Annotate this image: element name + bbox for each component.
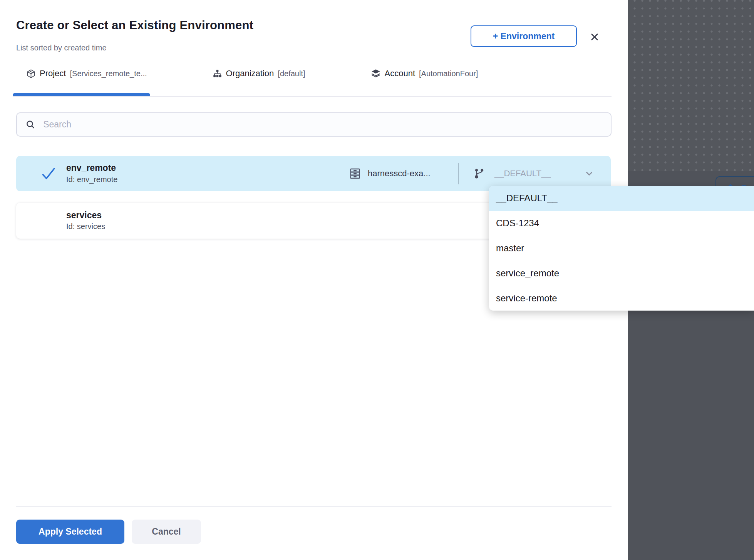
cancel-button[interactable]: Cancel bbox=[132, 520, 201, 544]
branch-option-service-underscore-remote[interactable]: service_remote bbox=[489, 261, 754, 286]
search-box bbox=[16, 112, 612, 137]
sort-hint: List sorted by created time bbox=[16, 43, 107, 52]
footer-divider bbox=[16, 506, 612, 507]
branch-option-label: service_remote bbox=[496, 268, 559, 279]
repo-group: harnesscd-exa... bbox=[349, 167, 431, 180]
cancel-label: Cancel bbox=[152, 527, 181, 537]
check-icon bbox=[40, 166, 57, 181]
page-title: Create or Select an Existing Environment bbox=[16, 18, 253, 32]
environment-texts: env_remote Id: env_remote bbox=[66, 162, 117, 185]
branch-option-label: __DEFAULT__ bbox=[496, 193, 558, 204]
scope-tabs: Project [Services_remote_te... Organizat… bbox=[13, 69, 491, 89]
environment-name: env_remote bbox=[66, 162, 117, 174]
tab-account[interactable]: Account [AutomationFour] bbox=[357, 69, 492, 89]
branch-option-service-dash-remote[interactable]: service-remote bbox=[489, 286, 754, 311]
git-branch-icon bbox=[474, 168, 485, 179]
branch-option-default[interactable]: __DEFAULT__ bbox=[489, 186, 754, 211]
chevron-down-icon[interactable] bbox=[584, 168, 595, 179]
row-divider bbox=[458, 163, 459, 184]
cube-icon bbox=[26, 69, 36, 79]
apply-selected-label: Apply Selected bbox=[39, 527, 102, 537]
tab-organization-label: Organization bbox=[226, 69, 274, 79]
environment-texts: services Id: services bbox=[66, 210, 105, 232]
branch-option-label: CDS-1234 bbox=[496, 218, 539, 229]
close-button[interactable] bbox=[587, 29, 602, 45]
apply-selected-button[interactable]: Apply Selected bbox=[16, 520, 124, 544]
branch-selector-value: __DEFAULT__ bbox=[494, 169, 567, 179]
branch-option-label: service-remote bbox=[496, 293, 557, 304]
environment-name: services bbox=[66, 210, 105, 221]
tab-account-label: Account bbox=[385, 69, 416, 79]
new-environment-button-label: + Environment bbox=[493, 31, 555, 42]
branch-option-label: master bbox=[496, 243, 524, 254]
branch-option-cds-1234[interactable]: CDS-1234 bbox=[489, 211, 754, 236]
tab-account-scope: [AutomationFour] bbox=[419, 69, 478, 78]
search-input[interactable] bbox=[42, 119, 602, 130]
screen: Sav Create or Select an Existing Environ… bbox=[0, 0, 754, 560]
environment-id: Id: env_remote bbox=[66, 174, 117, 185]
tab-project-label: Project bbox=[40, 69, 66, 79]
search-icon bbox=[25, 119, 35, 130]
branch-dropdown: __DEFAULT__ CDS-1234 master service_remo… bbox=[489, 186, 754, 311]
repository-icon bbox=[349, 167, 362, 180]
tab-project[interactable]: Project [Services_remote_te... bbox=[13, 69, 161, 89]
canvas-dot-grid bbox=[628, 0, 754, 171]
close-icon bbox=[589, 30, 600, 43]
tab-project-scope: [Services_remote_te... bbox=[70, 69, 147, 78]
repo-name: harnesscd-exa... bbox=[368, 169, 431, 179]
branch-selector[interactable]: __DEFAULT__ bbox=[474, 168, 595, 179]
tab-organization-scope: [default] bbox=[278, 69, 305, 78]
environment-id: Id: services bbox=[66, 221, 105, 232]
new-environment-button[interactable]: + Environment bbox=[471, 25, 577, 47]
tab-organization[interactable]: Organization [default] bbox=[199, 69, 319, 89]
tabs-divider bbox=[13, 96, 612, 97]
layers-icon bbox=[371, 69, 381, 79]
org-chart-icon bbox=[213, 69, 222, 79]
branch-option-master[interactable]: master bbox=[489, 236, 754, 261]
